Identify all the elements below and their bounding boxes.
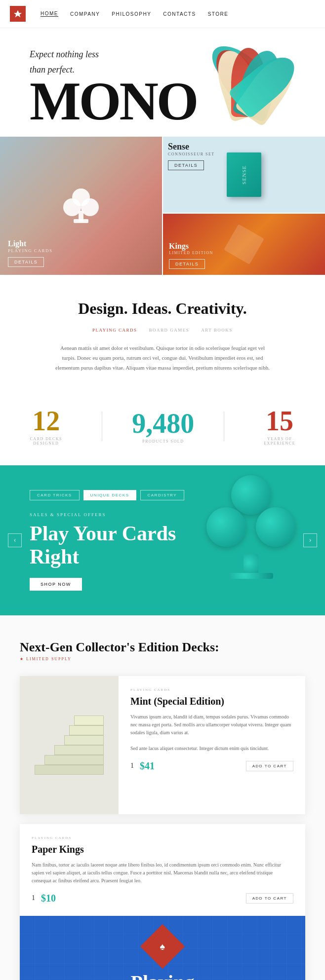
banner-tab-cardistry[interactable]: CARDISTRY	[140, 490, 185, 500]
nav-store[interactable]: STORE	[208, 11, 229, 17]
logo[interactable]	[10, 6, 26, 22]
product-sense[interactable]: SENSE Sense CONNOISSEUR SET DETAILS	[163, 137, 325, 213]
product-kings[interactable]: Kings LIMITED EDITION DETAILS	[163, 214, 325, 275]
product-kings-sub: LIMITED EDITION	[169, 251, 213, 255]
product-kings-name: Kings	[169, 242, 213, 251]
product-kings-btn[interactable]: DETAILS	[169, 259, 205, 269]
collector-card-mint-desc: Vivamus ipsum arcu, blandit id diam, tem…	[130, 713, 293, 753]
collector-section: Next-Gen Collector's Edition Decks: ★ LI…	[0, 615, 325, 980]
banner-prev[interactable]: ‹	[8, 533, 22, 547]
banner-shop-btn[interactable]: SHOP NOW	[30, 578, 82, 591]
collector-card-mint-name: Mint (Special Edition)	[130, 696, 293, 707]
design-tabs: PLAYING CARDS BOARD GAMES ART BOOKS	[20, 328, 305, 334]
product-sense-info: Sense CONNOISSEUR SET DETAILS	[168, 142, 215, 170]
hero-brand: MONO	[30, 78, 295, 125]
collector-mint-price: $41	[140, 760, 155, 772]
stat-years-number: 15	[254, 407, 305, 435]
banner-title-line1: Play Your Cards	[30, 522, 176, 545]
collector-mint-qty: 1	[130, 762, 134, 770]
product-sense-btn[interactable]: DETAILS	[168, 160, 204, 170]
club-icon	[61, 184, 101, 228]
stat-years: 15 YEARS OF EXPERIENCE	[254, 407, 305, 446]
product-light-btn[interactable]: DETAILS	[8, 257, 44, 267]
stat-divider-2	[224, 412, 224, 441]
tab-board-games[interactable]: BOARD GAMES	[149, 328, 190, 334]
design-section: Design. Ideas. Creativity. PLAYING CARDS…	[0, 275, 325, 387]
banner-title-line2: Right	[30, 545, 79, 568]
banner-tab-card-tricks[interactable]: CARD TRICKS	[30, 490, 80, 500]
stat-decks-number: 12	[20, 407, 72, 435]
product-light-name: Light	[8, 239, 52, 248]
playing-cards-diamond-icon: ♠	[160, 941, 165, 952]
tab-playing-cards[interactable]: PLAYING CARDS	[92, 328, 137, 334]
product-sense-sub: CONNOISSEUR SET	[168, 152, 215, 156]
collector-card-mint-body: PLAYING CARDS Mint (Special Edition) Viv…	[119, 676, 305, 814]
product-light-info: Light PLAYING CARDS DETAILS	[8, 239, 52, 267]
svg-rect-4	[74, 219, 88, 223]
banner-next[interactable]: ›	[303, 533, 317, 547]
nav-philosophy[interactable]: PHILOSOPHY	[112, 11, 151, 17]
collector-paper-kings-name: Paper Kings	[32, 844, 293, 855]
collector-paper-kings-add-to-cart[interactable]: ADD TO CART	[246, 893, 293, 904]
design-title: Design. Ideas. Creativity.	[20, 300, 305, 318]
nav-links: HOME COMPANY PHILOSOPHY CONTACTS STORE	[41, 11, 228, 17]
stat-products-label: PRODUCTS SOLD	[132, 439, 194, 444]
collector-card-mint-image	[20, 676, 119, 814]
product-light-sub: PLAYING CARDS	[8, 248, 52, 253]
products-grid: Light PLAYING CARDS DETAILS SENSE Sense …	[0, 137, 325, 275]
design-body: Aenean mattis sit amet dolor et vestibul…	[54, 343, 271, 373]
playing-cards-panel: ♠ PlayingCards LIMITED EDITION	[20, 916, 305, 980]
product-kings-info: Kings LIMITED EDITION DETAILS	[169, 242, 213, 269]
collector-card-mint: PLAYING CARDS Mint (Special Edition) Viv…	[20, 676, 305, 814]
stat-divider-1	[102, 412, 102, 441]
hero-section: Expect nothing less than perfect. MONO	[0, 28, 325, 137]
collector-mint-add-to-cart[interactable]: ADD TO CART	[246, 761, 293, 771]
banner-section: ‹ › CARD TRICKS UNIQUE DECKS CARDISTRY S…	[0, 465, 325, 615]
banner-tab-unique-decks[interactable]: UNIQUE DECKS	[83, 490, 136, 500]
collector-paper-kings-price: $10	[41, 893, 56, 904]
collector-paper-kings-desc: Nam finibus, tortor ac iaculis laoreet n…	[32, 861, 293, 885]
nav-contacts[interactable]: CONTACTS	[163, 11, 196, 17]
svg-point-1	[63, 198, 81, 216]
collector-paper-kings-price-row: 1 $10 ADD TO CART	[32, 893, 293, 904]
stat-products: 9,480 PRODUCTS SOLD	[132, 410, 194, 444]
collector-paper-kings-body: PLAYING CARDS Paper Kings Nam finibus, t…	[20, 824, 305, 916]
collector-paper-kings-qty: 1	[32, 894, 35, 902]
svg-point-2	[81, 198, 99, 216]
product-sense-name: Sense	[168, 142, 215, 152]
collector-title: Next-Gen Collector's Edition Decks:	[20, 640, 305, 655]
collector-card-paper-kings: PLAYING CARDS Paper Kings Nam finibus, t…	[20, 824, 305, 980]
stats-section: 12 CARD DECKS DESIGNED 9,480 PRODUCTS SO…	[0, 387, 325, 465]
nav-home[interactable]: HOME	[41, 11, 58, 17]
stat-decks-label: CARD DECKS DESIGNED	[20, 437, 72, 446]
product-light[interactable]: Light PLAYING CARDS DETAILS	[0, 137, 162, 275]
tab-art-books[interactable]: ART BOOKS	[201, 328, 233, 334]
stat-decks: 12 CARD DECKS DESIGNED	[20, 407, 72, 446]
playing-cards-title: PlayingCards	[131, 972, 195, 980]
collector-card-mint-type: PLAYING CARDS	[130, 688, 293, 692]
stat-years-label: YEARS OF EXPERIENCE	[254, 437, 305, 446]
nav-company[interactable]: COMPANY	[70, 11, 100, 17]
navigation: HOME COMPANY PHILOSOPHY CONTACTS STORE	[0, 0, 325, 28]
banner-club-decoration	[197, 475, 305, 579]
collector-paper-kings-type: PLAYING CARDS	[32, 836, 293, 840]
stat-products-number: 9,480	[132, 410, 194, 437]
collector-sub: ★ LIMITED SUPPLY	[20, 657, 305, 661]
